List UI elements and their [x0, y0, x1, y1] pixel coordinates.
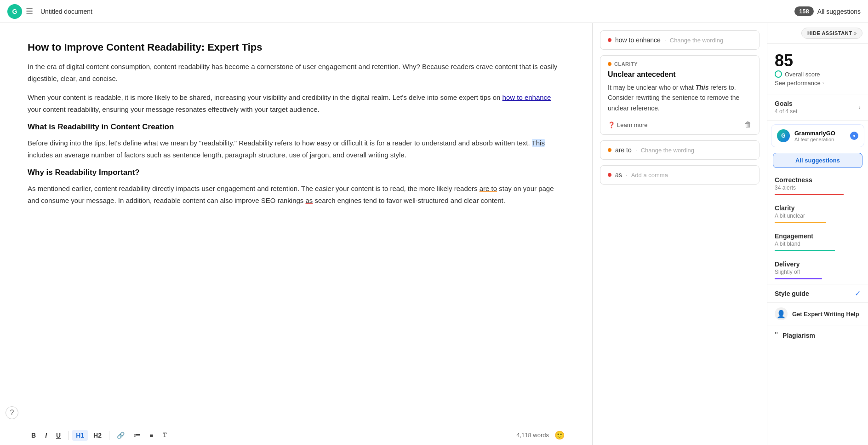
all-suggestions-button[interactable]: All suggestions — [773, 153, 862, 168]
score-section: 85 Overall score See performance › — [767, 44, 868, 94]
suggestion-dot-3 — [608, 173, 611, 177]
grammarly-go-item[interactable]: G GrammarlyGO AI text generation ● — [771, 124, 864, 147]
link-button[interactable]: 🔗 — [113, 430, 128, 441]
suggestion-sep-3: · — [626, 171, 628, 179]
suggestion-card-3[interactable]: as · Add a comma — [600, 165, 760, 185]
hide-assistant-button[interactable]: HIDE ASSISTANT » — [801, 28, 862, 39]
clarity-bar — [775, 222, 826, 223]
suggestion-sep-2: · — [635, 146, 637, 154]
suggestion-word-2: are to — [615, 146, 632, 154]
goals-sub: 4 of 4 set — [775, 108, 797, 115]
quote-icon: " — [775, 330, 778, 341]
style-guide-item[interactable]: Style guide ✓ — [767, 284, 868, 302]
editor-para-4: As mentioned earlier, content readabilit… — [28, 183, 565, 206]
go-label: GrammarlyGO — [794, 130, 835, 137]
editor-para-2: When your content is readable, it is mor… — [28, 92, 565, 115]
suggestion-card-1[interactable]: how to enhance · Change the wording — [600, 30, 760, 50]
document-title: Untitled document — [40, 8, 794, 15]
bold-button[interactable]: B — [28, 430, 40, 441]
clarity-dot — [608, 62, 611, 66]
clarity-sub: A bit unclear — [775, 213, 861, 219]
h1-button[interactable]: H1 — [72, 430, 88, 441]
goals-label: Goals — [775, 100, 797, 107]
clarity-tag-label: CLARITY — [614, 61, 638, 67]
word-count: 4,118 words — [516, 432, 549, 439]
editor-para-3: Before diving into the tips, let's defin… — [28, 137, 565, 161]
bullet-list-button[interactable]: ≡ — [146, 430, 157, 441]
emoji-button[interactable]: 🙂 — [554, 430, 565, 440]
assistant-panel: HIDE ASSISTANT » 85 Overall score See pe… — [767, 23, 868, 445]
learn-more-button[interactable]: ❓ Learn more — [608, 121, 647, 128]
go-badge-icon: ● — [850, 132, 858, 140]
suggestion-action-3: Add a comma — [631, 172, 668, 179]
editor-subheading-1: What is Readability in Content Creation — [28, 122, 565, 132]
suggestions-panel: how to enhance · Change the wording CLAR… — [592, 23, 767, 445]
score-number: 85 — [775, 51, 861, 70]
expert-avatar-icon: 👤 — [775, 307, 788, 320]
delivery-label: Delivery — [775, 260, 861, 268]
editor-subheading-2: Why is Readability Important? — [28, 168, 565, 177]
suggestion-action-1: Change the wording — [670, 37, 723, 44]
go-sub: AI text generation — [794, 137, 835, 142]
goals-chevron-icon: › — [858, 104, 861, 111]
clarity-card[interactable]: CLARITY Unclear antecedent It may be unc… — [600, 55, 760, 135]
engagement-sub: A bit bland — [775, 241, 861, 247]
document-heading: How to Improve Content Readability: Expe… — [28, 41, 565, 53]
clarity-item[interactable]: Clarity A bit unclear — [767, 200, 868, 228]
correctness-item[interactable]: Correctness 34 alerts — [767, 172, 868, 200]
grammarly-logo-button[interactable]: G — [7, 4, 22, 19]
suggestion-word-3: as — [615, 171, 622, 179]
expert-help-item[interactable]: 👤 Get Expert Writing Help — [767, 302, 868, 325]
expert-help-label: Get Expert Writing Help — [792, 311, 859, 318]
correctness-bar — [775, 194, 844, 195]
correctness-label: Correctness — [775, 176, 861, 184]
editor-content[interactable]: How to Improve Content Readability: Expe… — [0, 23, 592, 425]
correctness-sub: 34 alerts — [775, 185, 861, 191]
clear-format-button[interactable]: 𝚃 — [159, 429, 171, 441]
suggestion-sep-1: · — [664, 36, 666, 44]
check-icon: ✓ — [855, 289, 861, 298]
help-button[interactable]: ? — [6, 406, 18, 419]
engagement-bar — [775, 250, 835, 251]
score-circle-icon — [775, 70, 782, 78]
double-chevron-icon: » — [854, 31, 857, 36]
clarity-card-desc: It may be unclear who or what This refer… — [608, 82, 752, 113]
suggestion-dot-2 — [608, 148, 611, 152]
italic-button[interactable]: I — [41, 430, 51, 441]
plagiarism-item[interactable]: " Plagiarism — [767, 325, 868, 345]
suggestion-dot-1 — [608, 38, 611, 42]
plagiarism-label: Plagiarism — [782, 332, 815, 339]
clarity-label: Clarity — [775, 204, 861, 212]
score-label: Overall score — [775, 70, 861, 78]
suggestions-label: All suggestions — [817, 8, 861, 15]
chevron-right-icon: › — [822, 81, 824, 86]
formatting-toolbar: B I U H1 H2 🔗 ≔ ≡ 𝚃 4,118 words 🙂 — [0, 425, 592, 445]
clarity-card-title: Unclear antecedent — [608, 70, 752, 79]
editor-para-1: In the era of digital content consumptio… — [28, 61, 565, 84]
link-how-to-enhance[interactable]: how to enhance — [503, 93, 551, 101]
see-performance-link[interactable]: See performance › — [775, 80, 861, 87]
go-icon: G — [777, 129, 790, 142]
engagement-item[interactable]: Engagement A bit bland — [767, 228, 868, 256]
delivery-item[interactable]: Delivery Slightly off — [767, 256, 868, 284]
numbered-list-button[interactable]: ≔ — [130, 430, 144, 441]
suggestions-count-badge: 158 — [794, 6, 814, 16]
question-icon: ❓ — [608, 121, 615, 128]
goals-item[interactable]: Goals 4 of 4 set › — [767, 94, 868, 121]
delivery-bar — [775, 278, 822, 279]
suggestion-card-2[interactable]: are to · Change the wording — [600, 140, 760, 160]
delivery-sub: Slightly off — [775, 269, 861, 275]
underline-button[interactable]: U — [52, 430, 64, 441]
highlight-this: This — [532, 139, 545, 147]
underline-are-to: are to — [480, 185, 497, 192]
underline-as: as — [306, 196, 313, 204]
menu-button[interactable]: ☰ — [26, 6, 33, 17]
h2-button[interactable]: H2 — [90, 430, 105, 441]
style-guide-label: Style guide — [775, 290, 809, 297]
delete-suggestion-button[interactable]: 🗑 — [744, 121, 752, 129]
suggestion-word-1: how to enhance — [615, 36, 661, 44]
suggestion-action-2: Change the wording — [641, 147, 694, 154]
engagement-label: Engagement — [775, 232, 861, 240]
